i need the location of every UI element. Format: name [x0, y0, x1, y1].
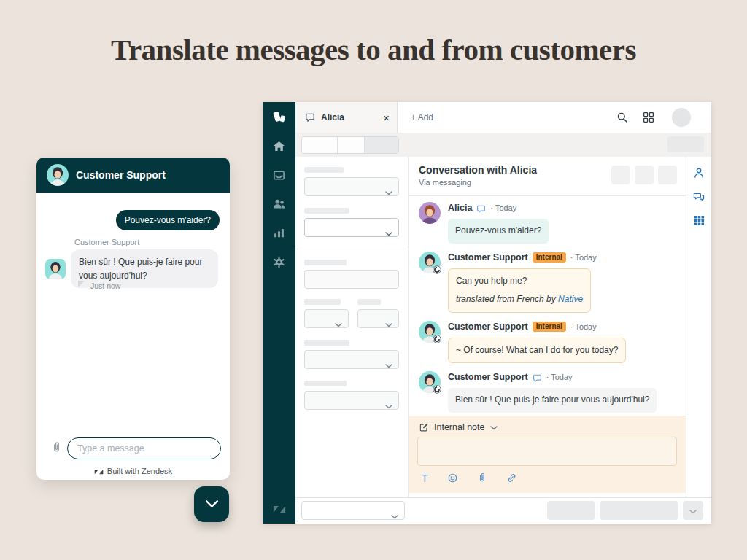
field-label-skeleton [357, 299, 381, 305]
field-label-skeleton [304, 381, 347, 386]
field-row [304, 299, 399, 328]
composer-toolbar: T [409, 466, 686, 491]
macro-select[interactable] [301, 501, 405, 520]
conversation-header-actions [611, 166, 677, 184]
native-link[interactable]: Native [558, 294, 583, 304]
ticket-toolbar [295, 133, 711, 158]
channel-badge-icon [433, 265, 441, 274]
zendesk-logo-icon [94, 467, 104, 476]
agent-message-row: Bien sûr ! Que puis-je faire pour vous a… [45, 249, 218, 288]
message-bubble: Bien sûr ! Que puis-je faire pour vous a… [448, 388, 657, 413]
attachment-icon[interactable] [477, 472, 487, 484]
field-input[interactable] [304, 270, 399, 289]
chat-widget-header: Customer Support [36, 158, 230, 192]
toolbar-button-placeholder[interactable] [365, 137, 398, 153]
customer-context-icon[interactable] [693, 167, 705, 179]
chevron-down-icon [689, 504, 697, 517]
agent-avatar [45, 259, 66, 279]
message-meta: · Today [546, 373, 573, 381]
nav-admin-gear-icon[interactable] [263, 256, 295, 268]
zendesk-logo-icon [263, 504, 295, 513]
composer-textarea[interactable] [417, 437, 677, 466]
message-timestamp: Just now [90, 281, 120, 290]
message-tail [78, 281, 85, 287]
message-row: Customer Support Internal · Today ~ Of c… [419, 321, 676, 364]
nav-home-icon[interactable] [263, 140, 295, 152]
built-with-zendesk-label: Built with Zendesk [107, 467, 172, 475]
channel-badge-icon [433, 385, 441, 394]
field-select[interactable] [304, 350, 399, 369]
agent-avatar [419, 252, 441, 273]
tab-close-button[interactable]: × [383, 112, 390, 123]
apps-icon[interactable] [694, 215, 705, 228]
link-icon[interactable] [506, 472, 517, 484]
main-navigation [263, 102, 295, 524]
conversations-icon[interactable] [693, 191, 705, 203]
customer-avatar [419, 202, 441, 224]
chevron-down-icon [490, 422, 498, 432]
message-bubble: Pouvez-vous m'aider? [448, 219, 549, 244]
nav-customers-icon[interactable] [263, 198, 295, 210]
message-author: Customer Support [448, 322, 528, 332]
chevron-down-icon [385, 399, 392, 412]
toolbar-button-placeholder[interactable] [302, 137, 338, 153]
toolbar-button-placeholder[interactable] [338, 137, 365, 153]
message-input[interactable] [67, 438, 221, 459]
conversation-panel: Conversation with Alicia Via messaging [409, 157, 686, 498]
agent-workspace: Alicia × + Add [263, 102, 711, 524]
field-select[interactable] [304, 218, 399, 237]
apps-grid-icon[interactable] [643, 112, 654, 123]
text-format-icon[interactable]: T [422, 472, 428, 484]
attachment-icon[interactable] [51, 441, 62, 456]
internal-badge: Internal [533, 252, 566, 262]
message-row: Customer Support Internal · Today Can yo… [419, 252, 676, 313]
header-action-placeholder[interactable] [635, 166, 654, 184]
page-title: Translate messages to and from customers [0, 32, 747, 67]
field-select[interactable] [304, 177, 399, 196]
message-meta: · Today [490, 203, 516, 212]
chevron-down-icon [391, 509, 398, 522]
submit-button-placeholder[interactable] [600, 501, 678, 520]
chat-bubble-icon [305, 112, 315, 122]
field-label-skeleton [304, 299, 341, 305]
header-action-placeholder[interactable] [611, 166, 630, 184]
field-label-skeleton [304, 260, 347, 265]
messaging-channel-icon [476, 203, 486, 213]
composer-mode-label: Internal note [434, 422, 485, 432]
field-label-skeleton [304, 208, 349, 214]
chevron-down-icon [385, 226, 392, 239]
widget-composer [36, 438, 230, 459]
conversation-header: Conversation with Alicia Via messaging [409, 157, 686, 196]
composer-mode-selector[interactable]: Internal note [409, 416, 686, 435]
product-logo-icon [263, 109, 295, 126]
message-row: Customer Support · Today Bien sûr ! Que … [419, 371, 676, 413]
field-select[interactable] [357, 309, 399, 328]
ticket-footer [295, 497, 711, 524]
toolbar-button-placeholder[interactable] [667, 136, 704, 152]
search-icon[interactable] [616, 112, 628, 123]
page: Translate messages to and from customers… [0, 0, 747, 560]
agent-avatar [419, 321, 441, 343]
chevron-down-icon [385, 185, 392, 198]
widget-launcher-button[interactable] [194, 486, 229, 522]
add-tab-button[interactable]: + Add [411, 102, 433, 133]
tab-label: Alicia [321, 112, 344, 122]
chat-widget-title: Customer Support [76, 169, 166, 181]
field-select[interactable] [304, 309, 349, 328]
customer-message-bubble: Pouvez-vous m'aider? [116, 210, 220, 230]
field-select[interactable] [304, 391, 399, 410]
nav-reporting-icon[interactable] [263, 227, 295, 239]
footer-action-placeholder[interactable] [547, 501, 595, 520]
reply-composer: Internal note T [409, 416, 686, 493]
compose-note-icon [419, 422, 429, 432]
field-label-skeleton [304, 340, 349, 346]
header-action-placeholder[interactable] [658, 166, 677, 184]
message-author: Customer Support [448, 372, 528, 382]
ticket-tab-alicia[interactable]: Alicia × [295, 102, 398, 133]
emoji-icon[interactable] [447, 472, 458, 484]
user-avatar[interactable] [672, 108, 691, 127]
nav-views-icon[interactable] [263, 169, 295, 182]
message-list: Alicia · Today Pouvez-vous m'aider? [409, 196, 686, 416]
channel-badge-icon [433, 335, 441, 343]
submit-dropdown-button[interactable] [683, 501, 703, 520]
